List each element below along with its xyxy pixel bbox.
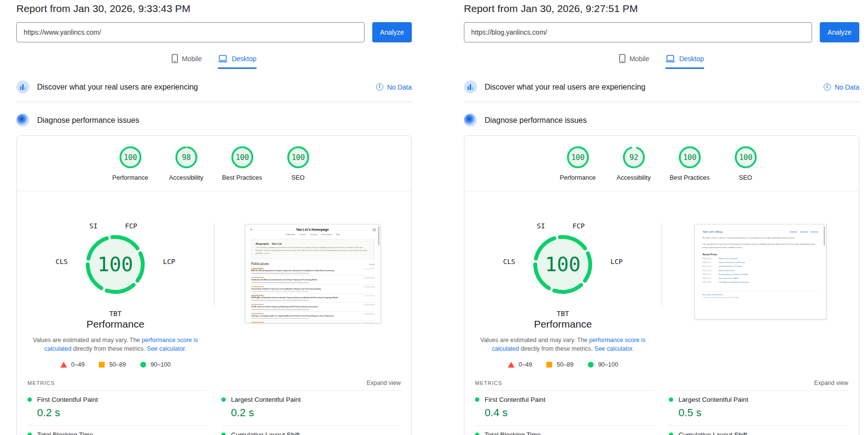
score-legend: 0–49 50–89 90–100: [508, 361, 618, 368]
thumb-post-entry: 2025-12-13 yt-dlp Downloads as TV Shows: [703, 265, 818, 267]
si-label: SI: [537, 222, 545, 230]
category-label: SEO: [739, 174, 752, 181]
svg-text:100: 100: [123, 153, 137, 162]
expand-view-button[interactable]: Expand view: [366, 380, 401, 386]
performance-gauge[interactable]: SI FCP CLS LCP TBT 100: [53, 222, 178, 317]
category-score[interactable]: 100 Best Practices: [667, 146, 712, 181]
thumb-pub-entry: UVTM: Universal Vehicle Trajectory Model…: [251, 303, 375, 312]
page-screenshot-thumbnail[interactable]: ≡ Yan Lin's Homepage PublicationsProject…: [245, 224, 381, 323]
no-data-link[interactable]: i No Data: [824, 83, 859, 91]
screenshot-column: ≡ Yan Lin's Homepage PublicationsProject…: [215, 191, 412, 323]
score-gauge: 100: [567, 146, 589, 169]
see-calculator-link[interactable]: See calculator.: [147, 345, 187, 352]
lighthouse-report-card: 100 Performance 92 Accessibility 100: [464, 135, 859, 435]
metric-cell: Cumulative Layout Shift 0: [669, 425, 848, 435]
category-score[interactable]: 98 Accessibility: [163, 146, 209, 181]
score-gauge: 100: [734, 146, 757, 169]
disclaimer-text: Values are estimated and may vary. The: [33, 337, 142, 343]
score-disclaimer: Values are estimated and may vary. The p…: [32, 336, 198, 353]
thumb-scrollbar: [824, 226, 825, 246]
legend-average-label: 50–89: [109, 361, 126, 368]
legend-pass-label: 90–100: [150, 361, 171, 368]
pass-dot-icon: [221, 433, 226, 435]
device-tabs: Mobile Desktop: [16, 54, 412, 69]
expand-view-button[interactable]: Expand view: [814, 380, 848, 386]
desktop-laptop-icon: [665, 55, 675, 63]
url-input[interactable]: [16, 22, 365, 42]
category-score[interactable]: 100 SEO: [275, 146, 321, 181]
thumb-post-entry: 2026-01-11 Replace Cloud with Local File…: [703, 262, 818, 264]
thumb-post-entry: 2025-11-19 Encoding Relative Positions w…: [703, 274, 818, 276]
fcp-label: FCP: [572, 222, 584, 230]
fcp-label: FCP: [125, 222, 137, 230]
no-data-label: No Data: [835, 83, 859, 91]
field-data-section-header: Discover what your real users are experi…: [464, 80, 859, 102]
lighthouse-report-card: 100 Performance 98 Accessibility 100: [16, 135, 412, 435]
thumb-pub-entry: TransferTraj: A Vehicle Trajectory Learn…: [251, 285, 375, 294]
metric-value: 0.2 s: [37, 407, 207, 419]
metric-cell: Total Blocking Time 0 ms: [27, 425, 207, 435]
see-calculator-link[interactable]: See calculator.: [595, 345, 634, 352]
fail-triangle-icon: [508, 362, 515, 368]
analyze-button[interactable]: Analyze: [820, 22, 859, 42]
tab-mobile-label: Mobile: [182, 55, 202, 63]
thumb-post-entry: 2025-11-08 CI/CD Advanced Deployment Str…: [703, 281, 818, 283]
metrics-grid: First Contentful Paint 0.4 s Largest Con…: [464, 390, 859, 435]
svg-text:100: 100: [291, 153, 305, 162]
thumb-footer-links: Homepage GitHub Email: [703, 294, 818, 296]
page-screenshot-thumbnail[interactable]: Yan Lin's Blog My name is Yan Lin, and t…: [694, 224, 827, 319]
performance-gauge[interactable]: SI FCP CLS LCP TBT 100: [500, 222, 625, 317]
diagnose-section-header: Diagnose performance issues: [16, 114, 412, 127]
metric-name: Cumulative Layout Shift: [231, 431, 300, 435]
metric-cell: First Contentful Paint 0.4 s: [475, 390, 654, 425]
tab-mobile[interactable]: Mobile: [172, 54, 202, 69]
mobile-phone-icon: [619, 54, 625, 63]
category-score[interactable]: 100 Performance: [555, 146, 600, 181]
thumb-site-title: Yan Lin's Homepage: [252, 228, 373, 231]
gauge-category-name: Performance: [86, 318, 144, 330]
tab-desktop[interactable]: Desktop: [218, 54, 256, 69]
thumb-bio-box: Biography - Yan Lin I am currently a pos…: [251, 239, 375, 259]
average-square-icon: [99, 362, 105, 368]
thumb-nav: [789, 231, 818, 233]
metric-name: Total Blocking Time: [37, 431, 93, 435]
tab-desktop[interactable]: Desktop: [665, 54, 704, 69]
category-label: Best Practices: [222, 174, 262, 181]
thumb-scrollbar: [378, 226, 380, 246]
si-label: SI: [89, 222, 97, 230]
category-score[interactable]: 100 Performance: [108, 146, 153, 181]
category-score[interactable]: 100 Best Practices: [219, 146, 265, 181]
category-scores-row: 100 Performance 98 Accessibility 100: [17, 136, 411, 181]
metric-cell: Largest Contentful Paint 0.2 s: [221, 390, 401, 425]
no-data-label: No Data: [387, 83, 412, 91]
tab-mobile[interactable]: Mobile: [619, 54, 649, 69]
svg-text:100: 100: [683, 153, 696, 162]
real-users-icon: [464, 80, 477, 93]
category-label: Accessibility: [617, 174, 651, 181]
thumb-post-entry: 2025-11-14 New Generations of BERT: [703, 277, 818, 279]
url-input[interactable]: [464, 22, 812, 42]
cls-label: CLS: [503, 258, 515, 265]
metrics-heading: METRICS: [475, 380, 502, 386]
performance-detail: SI FCP CLS LCP TBT 100 Performance: [464, 191, 859, 368]
analyze-button[interactable]: Analyze: [372, 22, 412, 42]
thumb-intro-text: I am a postdoctoral researcher in the De…: [703, 243, 818, 249]
svg-text:100: 100: [235, 153, 249, 162]
no-data-link[interactable]: i No Data: [376, 83, 412, 91]
page-title: Report from Jan 30, 2026, 9:33:43 PM: [16, 3, 412, 14]
info-icon: i: [376, 83, 383, 91]
tab-mobile-label: Mobile: [629, 55, 649, 63]
metric-cell: First Contentful Paint 0.2 s: [27, 390, 207, 425]
category-score[interactable]: 92 Accessibility: [611, 146, 656, 181]
legend-fail-label: 0–49: [519, 361, 532, 368]
pass-dot-icon: [475, 433, 479, 435]
disclaimer-text: directly from these metrics.: [71, 345, 147, 352]
metrics-header-row: METRICS Expand view: [17, 380, 411, 386]
category-score[interactable]: 100 SEO: [723, 146, 768, 181]
pass-dot-icon: [669, 433, 673, 435]
category-label: Performance: [560, 174, 596, 181]
thumb-bio-text: I am currently a postdoctoral researcher…: [256, 247, 370, 255]
report-panel-blog: Report from Jan 30, 2026, 9:27:51 PM Ana…: [464, 3, 859, 435]
gauge-category-name: Performance: [534, 318, 592, 330]
cls-label: CLS: [55, 258, 68, 265]
